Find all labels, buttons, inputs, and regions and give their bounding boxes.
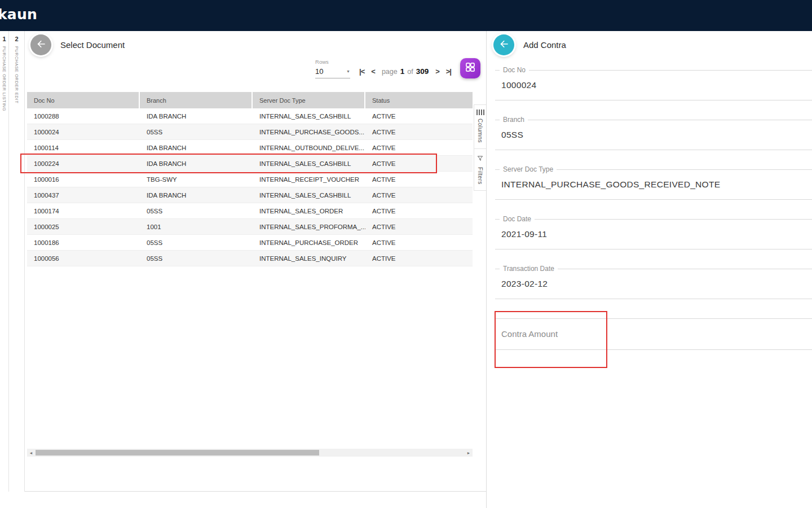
table-row[interactable]: 1000174 05SS INTERNAL_SALES_ORDER ACTIVE <box>27 203 473 219</box>
rows-per-page-select[interactable]: Rows 10 ▼ <box>315 59 350 78</box>
branch-field[interactable]: Branch 05SS <box>495 120 812 150</box>
column-header-branch[interactable]: Branch <box>140 92 251 108</box>
select-document-header: Select Document <box>30 34 125 55</box>
contra-amount-field[interactable]: Contra Amount <box>495 318 812 350</box>
grid-view-button[interactable] <box>460 58 480 78</box>
documents-table: Doc No Branch Server Doc Type Status 100… <box>27 92 473 266</box>
cell-server-doc-type: INTERNAL_RECEIPT_VOUCHER <box>253 172 365 187</box>
page-total: 309 <box>416 67 429 76</box>
cell-status: ACTIVE <box>365 251 473 266</box>
cell-status: ACTIVE <box>365 140 473 155</box>
prev-page-icon[interactable]: < <box>371 67 375 76</box>
doc-no-value: 1000024 <box>495 71 812 100</box>
cell-branch: TBG-SWY <box>140 172 253 187</box>
column-header-server-doc-type[interactable]: Server Doc Type <box>253 92 364 108</box>
first-page-icon[interactable]: |< <box>359 67 364 76</box>
cell-status: ACTIVE <box>365 156 473 171</box>
page-word: page <box>382 68 398 76</box>
table-row[interactable]: 1000024 05SS INTERNAL_PURCHASE_GOODS... … <box>27 124 473 140</box>
doc-date-field[interactable]: Doc Date 2021-09-11 <box>495 219 812 249</box>
doc-no-label: Doc No <box>500 66 529 74</box>
cell-doc-no: 1000025 <box>27 219 140 234</box>
cell-doc-no: 1000186 <box>27 235 140 250</box>
tab-number: 2 <box>9 31 24 42</box>
cell-branch: IDA BRANCH <box>140 156 253 171</box>
page-indicator: page 1 of 309 <box>382 67 429 76</box>
table-row[interactable]: 1000288 IDA BRANCH INTERNAL_SALES_CASHBI… <box>27 108 473 124</box>
cell-branch: 05SS <box>140 124 253 139</box>
rows-value: 10 <box>315 67 323 76</box>
cell-status: ACTIVE <box>365 219 473 234</box>
transaction-date-value: 2023-02-12 <box>495 269 812 299</box>
panel-title: Select Document <box>60 40 125 50</box>
table-row[interactable]: 1000114 IDA BRANCH INTERNAL_OUTBOUND_DEL… <box>27 140 473 156</box>
table-row-highlighted[interactable]: 1000224 IDA BRANCH INTERNAL_SALES_CASHBI… <box>27 156 473 172</box>
columns-tool[interactable]: Columns <box>474 105 486 149</box>
cell-doc-no: 1000174 <box>27 203 140 218</box>
add-contra-form: Doc No 1000024 Branch 05SS Server Doc Ty… <box>495 70 812 369</box>
horizontal-scrollbar[interactable]: ◄ ► <box>27 449 473 457</box>
page-navigation: |< < page 1 of 309 > >| <box>359 67 451 76</box>
cell-doc-no: 1000024 <box>27 124 140 139</box>
cell-branch: IDA BRANCH <box>140 187 253 203</box>
doc-date-value: 2021-09-11 <box>495 220 812 249</box>
back-button[interactable] <box>493 34 514 55</box>
server-doc-type-label: Server Doc Type <box>500 165 557 173</box>
column-header-status[interactable]: Status <box>365 92 473 108</box>
tab-label: PURCHASE ORDER LISTING <box>2 46 7 111</box>
of-word: of <box>407 68 413 76</box>
filters-tool[interactable]: Filters <box>474 149 486 191</box>
cell-server-doc-type: INTERNAL_SALES_INQUIRY <box>253 251 365 266</box>
table-row[interactable]: 1000056 05SS INTERNAL_SALES_INQUIRY ACTI… <box>27 251 473 266</box>
cell-server-doc-type: INTERNAL_PURCHASE_GOODS... <box>253 124 365 139</box>
add-contra-header: Add Contra <box>493 34 566 55</box>
app-bar: kaun <box>0 0 812 31</box>
select-document-panel: Select Document Rows 10 ▼ |< < page 1 of… <box>25 31 486 492</box>
server-doc-type-field[interactable]: Server Doc Type INTERNAL_PURCHASE_GOODS_… <box>495 169 812 200</box>
cell-doc-no: 1000224 <box>27 156 140 171</box>
back-arrow-icon <box>498 38 510 52</box>
table-row[interactable]: 1000437 IDA BRANCH INTERNAL_SALES_CASHBI… <box>27 187 473 203</box>
sidebar-tab-purchase-order-listing[interactable]: 1 PURCHASE ORDER LISTING <box>0 31 9 492</box>
next-page-icon[interactable]: > <box>435 67 439 76</box>
cell-server-doc-type: INTERNAL_SALES_CASHBILL <box>253 187 365 203</box>
table-row[interactable]: 1000025 1001 INTERNAL_SALES_PROFORMA_...… <box>27 219 473 235</box>
table-row[interactable]: 1000016 TBG-SWY INTERNAL_RECEIPT_VOUCHER… <box>27 172 473 187</box>
cell-server-doc-type: INTERNAL_PURCHASE_ORDER <box>253 235 365 250</box>
cell-status: ACTIVE <box>365 124 473 139</box>
table-row[interactable]: 1000186 05SS INTERNAL_PURCHASE_ORDER ACT… <box>27 235 473 251</box>
scroll-left-icon[interactable]: ◄ <box>27 449 35 457</box>
page-current: 1 <box>400 67 405 76</box>
doc-date-label: Doc Date <box>500 215 535 223</box>
brand-logo: kaun <box>0 6 37 23</box>
add-contra-panel: Add Contra Doc No 1000024 Branch 05SS Se… <box>487 31 812 508</box>
cell-branch: 1001 <box>140 219 253 234</box>
transaction-date-label: Transaction Date <box>500 265 558 273</box>
cell-server-doc-type: INTERNAL_SALES_CASHBILL <box>253 108 365 124</box>
sidebar-tab-purchase-order-edit[interactable]: 2 PURCHASE ORDER EDIT <box>9 31 25 492</box>
cell-doc-no: 1000437 <box>27 187 140 203</box>
filter-funnel-icon <box>477 154 483 164</box>
cell-branch: 05SS <box>140 203 253 218</box>
cell-server-doc-type: INTERNAL_SALES_CASHBILL <box>253 156 365 171</box>
column-header-doc-no[interactable]: Doc No <box>27 92 139 108</box>
cell-doc-no: 1000114 <box>27 140 140 155</box>
transaction-date-field[interactable]: Transaction Date 2023-02-12 <box>495 269 812 299</box>
table-header-row: Doc No Branch Server Doc Type Status <box>27 92 473 108</box>
tab-label: PURCHASE ORDER EDIT <box>14 46 19 103</box>
scroll-right-icon[interactable]: ► <box>465 449 473 457</box>
scrollbar-thumb[interactable] <box>36 450 319 456</box>
cell-status: ACTIVE <box>365 108 473 124</box>
cell-server-doc-type: INTERNAL_SALES_ORDER <box>253 203 365 218</box>
cell-status: ACTIVE <box>365 187 473 203</box>
cell-status: ACTIVE <box>365 172 473 187</box>
back-button[interactable] <box>30 34 51 55</box>
cell-branch: 05SS <box>140 251 253 266</box>
cell-branch: IDA BRANCH <box>140 140 253 155</box>
last-page-icon[interactable]: >| <box>446 67 451 76</box>
table-body: 1000288 IDA BRANCH INTERNAL_SALES_CASHBI… <box>27 108 473 266</box>
doc-no-field[interactable]: Doc No 1000024 <box>495 70 812 100</box>
contra-amount-placeholder: Contra Amount <box>495 319 812 349</box>
server-doc-type-value: INTERNAL_PURCHASE_GOODS_RECEIVED_NOTE <box>495 170 812 199</box>
cell-branch: IDA BRANCH <box>140 108 253 124</box>
